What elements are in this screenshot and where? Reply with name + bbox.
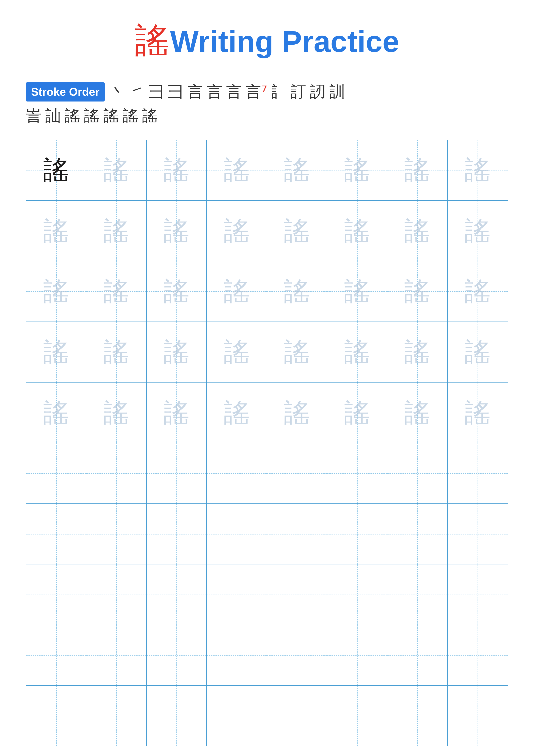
stroke-order-section: Stroke Order 丶 ㇀ 彐 彐 言 言 言 言⁷ 訁 訂 訒 訓 訔 … bbox=[26, 81, 508, 127]
practice-char-guide: 謠 bbox=[164, 339, 189, 365]
grid-cell: 謠 bbox=[87, 140, 146, 200]
grid-cell-empty bbox=[447, 504, 508, 564]
red-stroke: ⁷ bbox=[261, 83, 267, 100]
grid-cell-empty bbox=[267, 564, 327, 625]
grid-cell-empty bbox=[26, 443, 87, 503]
grid-row-4: 謠 謠 謠 謠 謠 謠 謠 謠 bbox=[26, 322, 508, 383]
grid-cell: 謠 bbox=[147, 383, 207, 443]
grid-cell: 謠 bbox=[447, 261, 508, 321]
grid-cell-empty bbox=[447, 625, 508, 685]
grid-row-3: 謠 謠 謠 謠 謠 謠 謠 謠 bbox=[26, 261, 508, 322]
grid-cell-empty bbox=[327, 443, 387, 503]
practice-char-guide: 謠 bbox=[404, 279, 430, 304]
practice-char-guide: 謠 bbox=[43, 279, 69, 304]
grid-cell: 謠 bbox=[87, 201, 146, 261]
grid-cell: 謠 bbox=[207, 322, 267, 382]
grid-row-2: 謠 謠 謠 謠 謠 謠 謠 謠 bbox=[26, 201, 508, 261]
grid-row-5: 謠 謠 謠 謠 謠 謠 謠 謠 bbox=[26, 383, 508, 443]
grid-cell: 謠 bbox=[147, 201, 207, 261]
title-text: Writing Practice bbox=[170, 25, 399, 58]
grid-cell: 謠 bbox=[87, 322, 146, 382]
grid-cell: 謠 bbox=[387, 261, 447, 321]
title-character: 謠 bbox=[135, 21, 169, 60]
grid-cell-empty bbox=[387, 686, 447, 746]
grid-row-9 bbox=[26, 625, 508, 686]
grid-cell: 謠 bbox=[387, 201, 447, 261]
grid-row-10 bbox=[26, 686, 508, 746]
grid-cell: 謠 bbox=[207, 201, 267, 261]
stroke-order-row1: Stroke Order 丶 ㇀ 彐 彐 言 言 言 言⁷ 訁 訂 訒 訓 bbox=[26, 81, 508, 103]
grid-cell: 謠 bbox=[147, 140, 207, 200]
grid-cell-empty bbox=[267, 504, 327, 564]
grid-cell: 謠 bbox=[267, 261, 327, 321]
grid-cell: 謠 bbox=[447, 322, 508, 382]
grid-cell-empty bbox=[147, 625, 207, 685]
grid-cell-empty bbox=[87, 564, 146, 625]
grid-cell-empty bbox=[26, 686, 87, 746]
grid-cell-empty bbox=[327, 686, 387, 746]
grid-cell: 謠 bbox=[207, 261, 267, 321]
practice-char-guide: 謠 bbox=[344, 339, 370, 365]
practice-char-guide: 謠 bbox=[164, 218, 189, 244]
practice-char-guide: 謠 bbox=[465, 279, 491, 304]
practice-char-guide: 謠 bbox=[465, 218, 491, 244]
practice-char-guide: 謠 bbox=[284, 400, 310, 426]
grid-cell: 謠 bbox=[87, 261, 146, 321]
practice-char-guide: 謠 bbox=[164, 400, 189, 426]
grid-cell-empty bbox=[147, 443, 207, 503]
grid-cell: 謠 bbox=[26, 383, 87, 443]
practice-char-guide: 謠 bbox=[284, 339, 310, 365]
grid-cell-empty bbox=[147, 504, 207, 564]
grid-cell: 謠 bbox=[387, 140, 447, 200]
grid-cell-empty bbox=[207, 443, 267, 503]
grid-row-1: 謠 謠 謠 謠 謠 謠 謠 謠 bbox=[26, 140, 508, 201]
grid-cell-empty bbox=[327, 564, 387, 625]
grid-cell-empty bbox=[26, 564, 87, 625]
practice-char-guide: 謠 bbox=[103, 218, 129, 244]
grid-cell-empty bbox=[207, 625, 267, 685]
practice-char-guide: 謠 bbox=[43, 218, 69, 244]
grid-cell-empty bbox=[147, 564, 207, 625]
practice-char-guide: 謠 bbox=[224, 157, 250, 183]
grid-cell-empty bbox=[87, 625, 146, 685]
practice-char-guide: 謠 bbox=[164, 279, 189, 304]
grid-cell: 謠 bbox=[26, 140, 87, 200]
grid-cell-empty bbox=[26, 504, 87, 564]
practice-char-guide: 謠 bbox=[164, 157, 189, 183]
grid-cell: 謠 bbox=[327, 140, 387, 200]
stroke-order-label: Stroke Order bbox=[26, 82, 105, 101]
grid-cell: 謠 bbox=[447, 201, 508, 261]
practice-char-guide: 謠 bbox=[103, 157, 129, 183]
practice-char-guide: 謠 bbox=[465, 400, 491, 426]
grid-cell: 謠 bbox=[87, 383, 146, 443]
grid-cell: 謠 bbox=[267, 322, 327, 382]
stroke-chars-row1: 丶 ㇀ 彐 彐 言 言 言 言⁷ 訁 訂 訒 訓 bbox=[110, 83, 345, 100]
grid-cell: 謠 bbox=[26, 201, 87, 261]
practice-char-guide: 謠 bbox=[404, 157, 430, 183]
practice-char-guide: 謠 bbox=[344, 279, 370, 304]
grid-cell-empty bbox=[387, 564, 447, 625]
grid-cell: 謠 bbox=[26, 261, 87, 321]
practice-char-guide: 謠 bbox=[344, 400, 370, 426]
grid-cell: 謠 bbox=[147, 261, 207, 321]
grid-cell: 謠 bbox=[327, 383, 387, 443]
practice-char-guide: 謠 bbox=[344, 218, 370, 244]
grid-cell: 謠 bbox=[327, 261, 387, 321]
practice-grid: 謠 謠 謠 謠 謠 謠 謠 謠 謠 bbox=[26, 140, 508, 746]
stroke-order-row2: 訔 訕 謠 謠 謠 謠 謠 bbox=[26, 105, 508, 127]
practice-char-guide: 謠 bbox=[224, 400, 250, 426]
practice-char-guide: 謠 bbox=[43, 339, 69, 365]
page: 謠 Writing Practice Stroke Order 丶 ㇀ 彐 彐 … bbox=[0, 0, 534, 756]
practice-char-guide: 謠 bbox=[404, 339, 430, 365]
grid-cell-empty bbox=[26, 625, 87, 685]
practice-char-guide: 謠 bbox=[103, 279, 129, 304]
practice-char-guide: 謠 bbox=[224, 218, 250, 244]
practice-char: 謠 bbox=[43, 157, 69, 183]
grid-cell: 謠 bbox=[207, 383, 267, 443]
practice-char-guide: 謠 bbox=[465, 157, 491, 183]
practice-char-guide: 謠 bbox=[465, 339, 491, 365]
grid-cell: 謠 bbox=[327, 201, 387, 261]
grid-cell: 謠 bbox=[447, 383, 508, 443]
grid-cell-empty bbox=[267, 686, 327, 746]
grid-row-7 bbox=[26, 504, 508, 564]
